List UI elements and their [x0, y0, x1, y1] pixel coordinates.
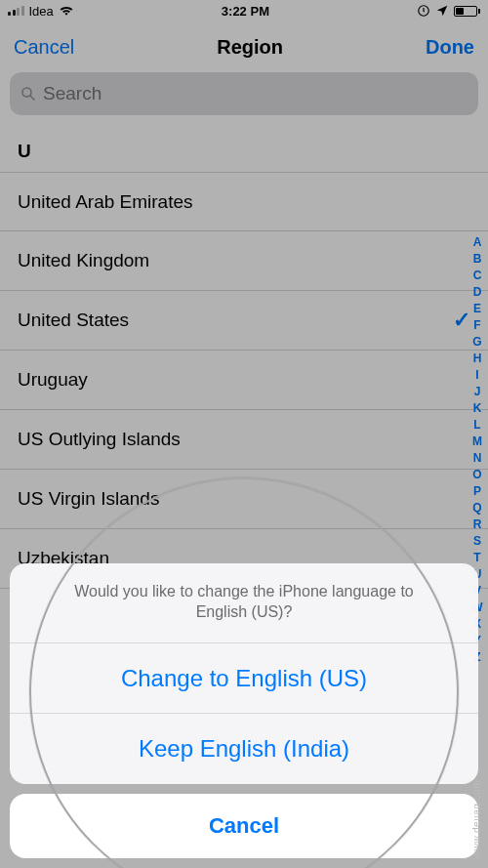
watermark: www.deuaq.com — [471, 780, 482, 858]
change-language-button[interactable]: Change to English (US) — [10, 643, 478, 714]
sheet-header: Would you like to change the iPhone lang… — [10, 563, 478, 643]
sheet-cancel-button[interactable]: Cancel — [209, 813, 279, 839]
sheet-title: Would you like to change the iPhone lang… — [59, 581, 429, 623]
keep-language-button[interactable]: Keep English (India) — [10, 714, 478, 784]
action-sheet: Would you like to change the iPhone lang… — [10, 563, 478, 858]
